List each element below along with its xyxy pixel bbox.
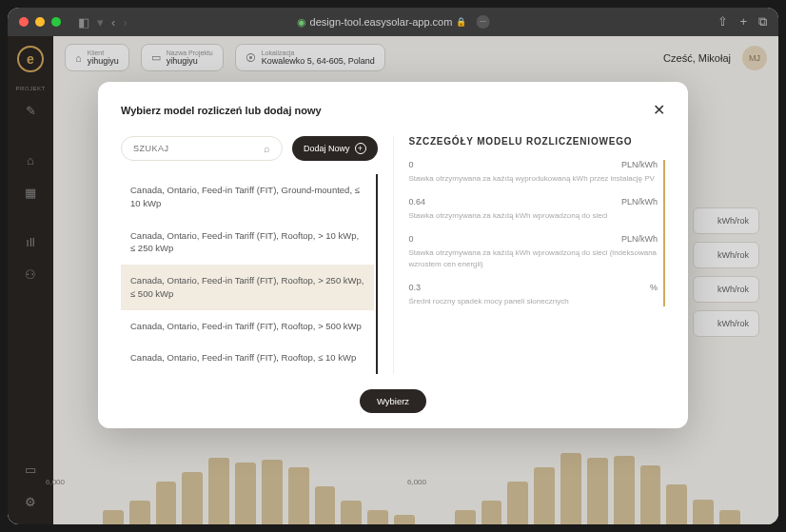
- sidebar-toggle-icon[interactable]: ◧: [78, 15, 89, 30]
- detail-desc: Stawka otrzymywana za każdą kWh wprowadz…: [409, 247, 658, 268]
- traffic-lights[interactable]: [19, 17, 61, 27]
- model-list-pane: ⌕ Dodaj Nowy+ Canada, Ontario, Feed-in T…: [121, 136, 378, 374]
- url-bar[interactable]: ◉ design-tool.easysolar-app.com 🔒 ⋯: [297, 15, 490, 29]
- browser-window: ◧ ▾ ‹ › ◉ design-tool.easysolar-app.com …: [8, 8, 778, 524]
- new-tab-icon[interactable]: +: [739, 14, 747, 30]
- close-icon[interactable]: ✕: [653, 101, 665, 119]
- detail-desc: Średni roczny spadek mocy paneli słonecz…: [409, 296, 658, 306]
- titlebar: ◧ ▾ ‹ › ◉ design-tool.easysolar-app.com …: [8, 8, 778, 36]
- tabs-icon[interactable]: ⧉: [758, 14, 767, 30]
- app-body: e PROJEKT ✎ ⌂ ▦ ıll ⚇ ▭ ⚙ ⌂ Klientyihugi…: [8, 36, 778, 524]
- list-item[interactable]: Canada, Ontario, Feed-in Tariff (FIT), R…: [121, 220, 374, 266]
- share-icon[interactable]: ⇧: [717, 14, 728, 30]
- search-input[interactable]: ⌕: [121, 136, 283, 161]
- plus-icon: +: [355, 143, 366, 154]
- site-menu-icon[interactable]: ⋯: [476, 15, 489, 29]
- search-icon: ⌕: [264, 143, 270, 154]
- list-item[interactable]: Canada, Ontario, Feed-in Tariff (FIT), R…: [121, 310, 374, 343]
- site-icon: ◉: [297, 16, 306, 29]
- forward-icon[interactable]: ›: [123, 15, 127, 30]
- list-item[interactable]: Canada, Ontario, Feed-in Tariff (FIT), R…: [121, 342, 374, 374]
- detail-desc: Stawka otrzymywana za każdą kWh wprowadz…: [409, 210, 658, 221]
- lock-icon: 🔒: [456, 17, 466, 27]
- modal-overlay: Wybierz model rozliczeń lub dodaj nowy ✕…: [8, 36, 778, 524]
- list-item[interactable]: Canada, Ontario, Feed-in Tariff (FIT), G…: [121, 174, 374, 220]
- details-pane: SZCZEGÓŁY MODELU ROZLICZENIOWEGO 0PLN/kW…: [393, 136, 666, 374]
- list-item[interactable]: Canada, Ontario, Feed-in Tariff (FIT), R…: [121, 265, 374, 310]
- select-button[interactable]: Wybierz: [360, 389, 426, 413]
- back-icon[interactable]: ‹: [111, 15, 115, 30]
- details-title: SZCZEGÓŁY MODELU ROZLICZENIOWEGO: [409, 136, 666, 147]
- modal-title: Wybierz model rozliczeń lub dodaj nowy: [121, 105, 322, 116]
- add-new-button[interactable]: Dodaj Nowy+: [292, 136, 378, 161]
- modal: Wybierz model rozliczeń lub dodaj nowy ✕…: [98, 82, 688, 428]
- search-field[interactable]: [133, 144, 243, 153]
- detail-desc: Stawka otrzymywana za każdą wyprodukowan…: [409, 173, 658, 184]
- model-list: Canada, Ontario, Feed-in Tariff (FIT), G…: [121, 174, 378, 374]
